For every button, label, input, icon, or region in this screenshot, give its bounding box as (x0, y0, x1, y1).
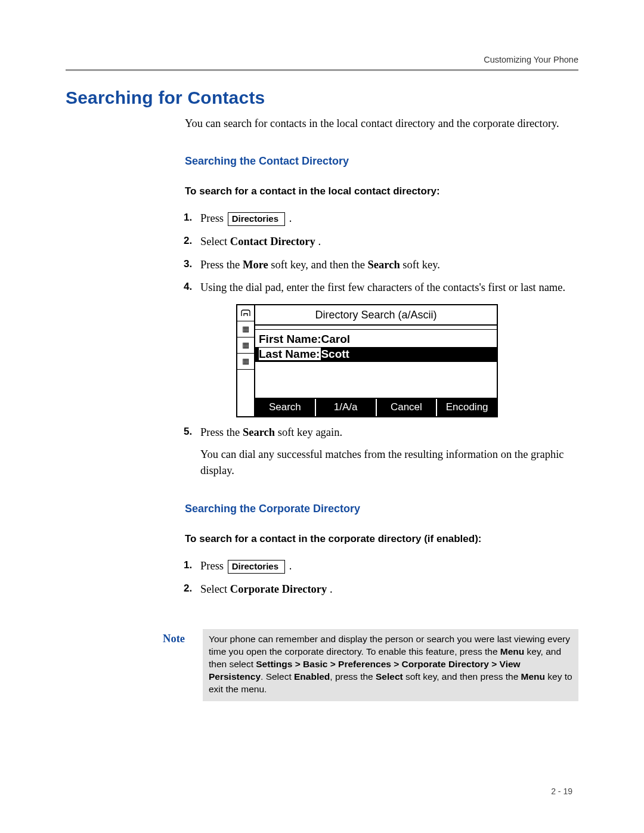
page-title: Searching for Contacts (66, 88, 578, 108)
field-label: First Name: (259, 333, 321, 345)
keypad-icon: ▦ (237, 321, 254, 337)
softkey-search: Search (255, 399, 316, 417)
text: soft key, and then press the (403, 671, 521, 682)
step-2: 2. Select Contact Directory . (186, 234, 578, 250)
note-body: Your phone can remember and display the … (203, 629, 578, 701)
followon-text: You can dial any successful matches from… (200, 447, 578, 479)
step-3: 3. Press the More soft key, and then the… (186, 257, 578, 273)
task-heading-1: To search for a contact in the local con… (185, 185, 578, 197)
lcd-title: Directory Search (a/Ascii) (255, 305, 497, 326)
bold-text: Contact Directory (230, 236, 315, 247)
subheading-contact-dir: Searching the Contact Directory (185, 155, 578, 168)
softkey-mode: 1/A/a (316, 399, 377, 417)
bold-text: Search (368, 259, 400, 271)
directories-key-icon: Directories (228, 560, 285, 574)
lcd-sidebar: ▦ ▦ ▦ (237, 305, 255, 416)
text: Select (200, 236, 230, 247)
text: Press the (200, 259, 243, 271)
step-number: 1. (184, 210, 192, 225)
page-body: Customizing Your Phone Searching for Con… (0, 0, 644, 737)
bold-text: Corporate Directory (230, 583, 327, 595)
note-block: Note Your phone can remember and display… (149, 629, 578, 701)
field-value: Scott (321, 348, 349, 360)
text: soft key again. (278, 426, 342, 438)
steps-list-2: 1. Press Directories . 2. Select Corpora… (185, 558, 578, 597)
step-number: 5. (184, 425, 192, 439)
note-label: Note (149, 629, 185, 645)
divider (66, 69, 578, 71)
lcd-first-name-row: First Name:Carol (259, 332, 493, 347)
text: Using the dial pad, enter the first few … (200, 281, 565, 293)
bold-text: Select (376, 671, 403, 682)
step-number: 1. (184, 558, 192, 573)
text: . Select (261, 671, 294, 682)
directories-key-icon: Directories (228, 212, 285, 226)
task-heading-2: To search for a contact in the corporate… (185, 533, 578, 545)
softkey-bar: Search 1/A/a Cancel Encoding (255, 398, 497, 417)
bold-text: Menu (521, 671, 545, 682)
text: Press (200, 560, 227, 572)
keypad-icon: ▦ (237, 337, 254, 354)
step-2: 2. Select Corporate Directory . (186, 581, 578, 597)
phone-lcd-screenshot: ▦ ▦ ▦ Directory Search (a/Ascii) First N… (236, 304, 498, 417)
text: . (330, 583, 333, 595)
bold-text: Search (243, 426, 275, 438)
text: Press (200, 212, 227, 224)
text: soft key, and then the (271, 259, 367, 271)
step-number: 2. (184, 234, 192, 249)
phone-icon (237, 305, 254, 321)
running-header: Customizing Your Phone (66, 55, 578, 64)
field-label: Last Name: (259, 348, 321, 360)
page-number: 2 - 19 (551, 786, 572, 796)
intro-paragraph: You can search for contacts in the local… (185, 116, 578, 131)
field-value: Carol (321, 333, 351, 345)
step-1: 1. Press Directories . (186, 558, 578, 574)
softkey-encoding: Encoding (437, 399, 497, 417)
step-5: 5. Press the Search soft key again. You … (186, 425, 578, 478)
lcd-fields: First Name:Carol Last Name:Scott (255, 330, 497, 363)
text: soft key. (402, 259, 440, 271)
lcd-last-name-row: Last Name:Scott (255, 347, 497, 362)
step-number: 4. (184, 280, 192, 295)
text: . (318, 236, 321, 247)
softkey-cancel: Cancel (377, 399, 438, 417)
text: Press the (200, 426, 243, 438)
bold-text: Enabled (294, 671, 330, 682)
keypad-icon: ▦ (237, 354, 254, 370)
bold-text: More (243, 259, 268, 271)
step-number: 2. (184, 581, 192, 596)
text: , press the (330, 671, 376, 682)
text: . (289, 212, 292, 224)
bold-text: Menu (500, 646, 524, 657)
subheading-corp-dir: Searching the Corporate Directory (185, 503, 578, 515)
step-4: 4. Using the dial pad, enter the first f… (186, 280, 578, 417)
content-column: You can search for contacts in the local… (185, 116, 578, 597)
text: Select (200, 583, 230, 595)
text: . (289, 560, 292, 572)
step-1: 1. Press Directories . (186, 210, 578, 227)
step-number: 3. (184, 257, 192, 272)
steps-list-1: 1. Press Directories . 2. Select Contact… (185, 210, 578, 479)
